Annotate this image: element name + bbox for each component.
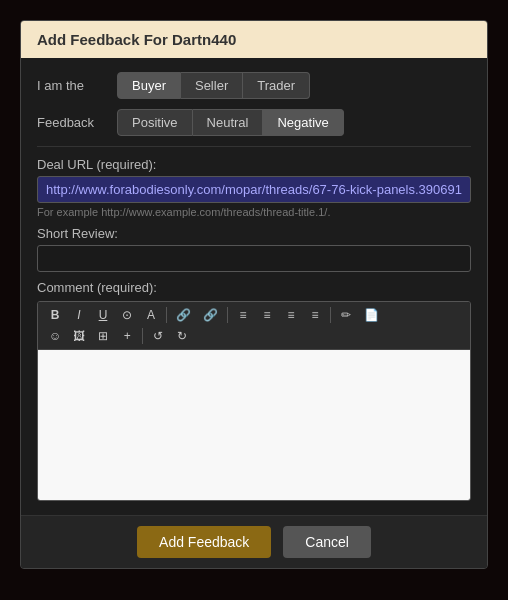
feedback-button-group: Positive Neutral Negative bbox=[117, 109, 344, 136]
modal-footer: Add Feedback Cancel bbox=[21, 515, 487, 568]
comment-section: Comment (required): B I U ⊙ A 🔗 🔗 ≡ bbox=[37, 280, 471, 501]
divider-1 bbox=[37, 146, 471, 147]
feedback-neutral-button[interactable]: Neutral bbox=[193, 109, 264, 136]
add-feedback-button[interactable]: Add Feedback bbox=[137, 526, 271, 558]
table-button[interactable]: ⊞ bbox=[92, 327, 114, 345]
link-button[interactable]: 🔗 bbox=[171, 306, 196, 324]
deal-url-label: Deal URL (required): bbox=[37, 157, 471, 172]
role-label: I am the bbox=[37, 78, 117, 93]
comment-label: Comment (required): bbox=[37, 280, 471, 295]
sep-1 bbox=[166, 307, 167, 323]
align-center-button[interactable]: ≡ bbox=[256, 306, 278, 324]
align-justify-button[interactable]: ≡ bbox=[304, 306, 326, 324]
modal-header: Add Feedback For Dartn440 bbox=[21, 21, 487, 58]
role-seller-button[interactable]: Seller bbox=[181, 72, 243, 99]
role-buyer-button[interactable]: Buyer bbox=[117, 72, 181, 99]
feedback-negative-button[interactable]: Negative bbox=[263, 109, 343, 136]
role-trader-button[interactable]: Trader bbox=[243, 72, 310, 99]
unlink-button[interactable]: 🔗 bbox=[198, 306, 223, 324]
pencil-button[interactable]: ✏ bbox=[335, 306, 357, 324]
modal-body: I am the Buyer Seller Trader Feedback Po… bbox=[21, 58, 487, 515]
image-button[interactable]: 🖼 bbox=[68, 327, 90, 345]
short-review-input[interactable] bbox=[37, 245, 471, 272]
undo-button[interactable]: ↺ bbox=[147, 327, 169, 345]
sep-3 bbox=[330, 307, 331, 323]
editor-toolbar: B I U ⊙ A 🔗 🔗 ≡ ≡ ≡ ≡ ✏ bbox=[38, 302, 470, 350]
source-button[interactable]: 📄 bbox=[359, 306, 384, 324]
cancel-button[interactable]: Cancel bbox=[283, 526, 371, 558]
deal-url-row: Deal URL (required): For example http://… bbox=[37, 157, 471, 218]
emoji-button[interactable]: ☺ bbox=[44, 327, 66, 345]
add-button[interactable]: + bbox=[116, 327, 138, 345]
sep-4 bbox=[142, 328, 143, 344]
toolbar-row-1: B I U ⊙ A 🔗 🔗 ≡ ≡ ≡ ≡ ✏ bbox=[44, 306, 464, 324]
editor-content-area[interactable] bbox=[38, 350, 470, 500]
align-right-button[interactable]: ≡ bbox=[280, 306, 302, 324]
bold-button[interactable]: B bbox=[44, 306, 66, 324]
font-color-button[interactable]: A bbox=[140, 306, 162, 324]
redo-button[interactable]: ↻ bbox=[171, 327, 193, 345]
feedback-label: Feedback bbox=[37, 115, 117, 130]
role-button-group: Buyer Seller Trader bbox=[117, 72, 310, 99]
feedback-row: Feedback Positive Neutral Negative bbox=[37, 109, 471, 136]
short-review-row: Short Review: bbox=[37, 226, 471, 272]
align-left-button[interactable]: ≡ bbox=[232, 306, 254, 324]
rich-text-editor: B I U ⊙ A 🔗 🔗 ≡ ≡ ≡ ≡ ✏ bbox=[37, 301, 471, 501]
feedback-positive-button[interactable]: Positive bbox=[117, 109, 193, 136]
italic-button[interactable]: I bbox=[68, 306, 90, 324]
circle-button[interactable]: ⊙ bbox=[116, 306, 138, 324]
sep-2 bbox=[227, 307, 228, 323]
underline-button[interactable]: U bbox=[92, 306, 114, 324]
feedback-modal: Add Feedback For Dartn440 I am the Buyer… bbox=[20, 20, 488, 569]
modal-title: Add Feedback For Dartn440 bbox=[37, 31, 236, 48]
deal-url-hint: For example http://www.example.com/threa… bbox=[37, 206, 471, 218]
toolbar-row-2: ☺ 🖼 ⊞ + ↺ ↻ bbox=[44, 327, 464, 345]
role-row: I am the Buyer Seller Trader bbox=[37, 72, 471, 99]
deal-url-input[interactable] bbox=[37, 176, 471, 203]
short-review-label: Short Review: bbox=[37, 226, 471, 241]
